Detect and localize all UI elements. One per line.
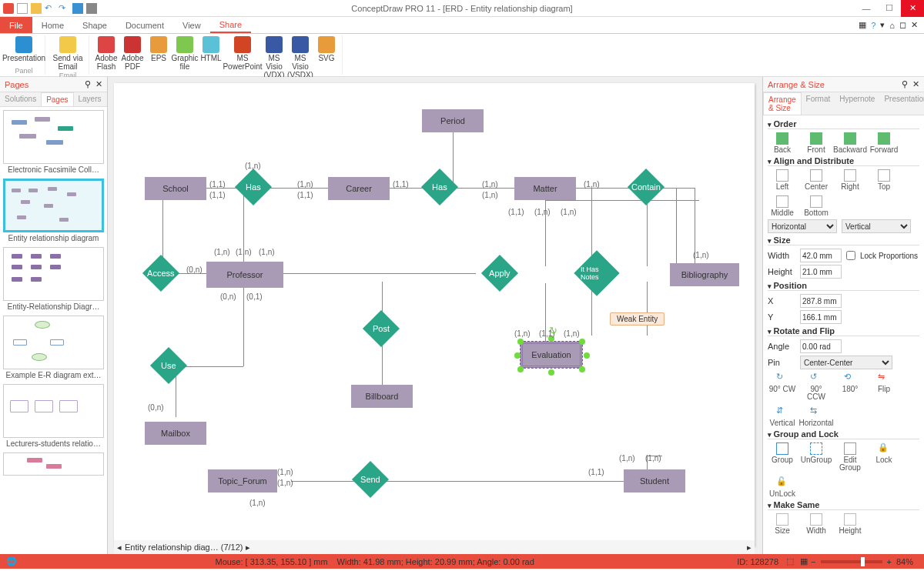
menu-view[interactable]: View — [173, 17, 210, 33]
visio-vsdx-button[interactable]: MS Visio (VSDX) — [288, 35, 313, 80]
canvas[interactable]: School Career Period Matter Professor Bi… — [114, 83, 755, 546]
thumb-item[interactable]: Entity-Relationship Diagr… — [3, 247, 104, 311]
rel-access[interactable]: Access — [142, 255, 179, 292]
rel-notes[interactable]: It Has Notes — [574, 250, 619, 296]
print-icon[interactable] — [86, 3, 97, 14]
status-tool-icon[interactable]: ⬚ — [783, 556, 797, 566]
pos-y-input[interactable] — [800, 310, 842, 324]
close-button[interactable]: ✕ — [901, 0, 924, 17]
rel-post[interactable]: Post — [363, 310, 400, 347]
close-panel-icon[interactable]: ✕ — [95, 79, 102, 89]
entity-career[interactable]: Career — [328, 177, 390, 200]
help-icon[interactable]: ? — [871, 21, 875, 30]
rel-use[interactable]: Use — [150, 347, 187, 384]
section-order[interactable]: Order — [768, 119, 796, 129]
rotate-180-button[interactable]: ⟲180° — [835, 372, 865, 401]
home-icon[interactable]: ⌂ — [889, 21, 895, 30]
order-forward-button[interactable]: Forward — [869, 132, 899, 154]
tab-pages[interactable]: Pages — [41, 92, 73, 106]
order-backward-button[interactable]: Backward — [835, 132, 865, 154]
tab-prev-icon[interactable]: ◂ — [117, 543, 122, 553]
svg-button[interactable]: SVG — [314, 35, 339, 80]
canvas-tab-label[interactable]: Entity relationship diag… (7/12) — [125, 543, 243, 552]
section-align[interactable]: Align and Distribute — [768, 156, 854, 165]
close-panel-icon[interactable]: ✕ — [912, 79, 919, 89]
section-rotate[interactable]: Rotate and Flip — [768, 326, 835, 336]
restore-icon[interactable]: ◻ — [899, 20, 906, 30]
width-input[interactable] — [800, 249, 842, 262]
rotate-cw-button[interactable]: ↻90° CW — [768, 372, 797, 401]
presentation-button[interactable]: Presentation — [6, 35, 42, 63]
menu-shape[interactable]: Shape — [73, 17, 116, 33]
thumb-item[interactable]: Lecturers-students relatio… — [3, 384, 104, 448]
graphic-button[interactable]: Graphic file — [172, 35, 197, 80]
status-grid-icon[interactable]: ▦ — [797, 556, 811, 566]
pin-icon[interactable]: ⚲ — [902, 79, 908, 89]
flip-button[interactable]: ⇋Flip — [869, 372, 899, 401]
thumb-item[interactable]: Electronic Facsimile Coll… — [3, 110, 104, 174]
group-button[interactable]: Group — [768, 442, 797, 472]
pin-select[interactable]: Center-Center — [800, 356, 892, 369]
new-icon[interactable] — [17, 3, 28, 14]
ungroup-button[interactable]: UnGroup — [802, 442, 831, 472]
tab-hypernote[interactable]: Hypernote — [835, 92, 879, 115]
visio-vdx-button[interactable]: MS Visio (VDX) — [262, 35, 286, 80]
same-size-button[interactable]: Size — [768, 513, 797, 535]
tab-format[interactable]: Format — [802, 92, 835, 115]
align-right-button[interactable]: Right — [835, 169, 865, 191]
section-position[interactable]: Position — [768, 281, 807, 290]
lock-button[interactable]: 🔒Lock — [869, 442, 899, 472]
entity-matter[interactable]: Matter — [514, 177, 576, 200]
entity-bibliography[interactable]: Bibliography — [670, 263, 739, 286]
edit-group-button[interactable]: Edit Group — [835, 442, 865, 472]
align-top-button[interactable]: Top — [869, 169, 899, 191]
same-width-button[interactable]: Width — [802, 513, 831, 535]
align-bottom-button[interactable]: Bottom — [802, 195, 831, 217]
same-height-button[interactable]: Height — [835, 513, 865, 535]
menu-share[interactable]: Share — [210, 17, 251, 33]
menu-document[interactable]: Document — [116, 17, 173, 33]
entity-professor[interactable]: Professor — [206, 262, 283, 288]
adobe-pdf-button[interactable]: Adobe PDF — [120, 35, 145, 80]
order-back-button[interactable]: Back — [768, 132, 797, 154]
pin-icon[interactable]: ⚲ — [85, 79, 91, 89]
angle-input[interactable] — [800, 339, 842, 353]
section-group[interactable]: Group and Lock — [768, 429, 839, 439]
flip-vertical-button[interactable]: ⇵Vertical — [768, 406, 797, 427]
section-size[interactable]: Size — [768, 235, 791, 245]
eps-button[interactable]: EPS — [146, 35, 171, 80]
height-input[interactable] — [800, 265, 842, 279]
tab-solutions[interactable]: Solutions — [0, 92, 41, 106]
rel-has1[interactable]: Has — [235, 169, 272, 205]
entity-topic[interactable]: Topic_Forum — [208, 469, 277, 493]
thumb-item[interactable]: Example E-R diagram ext… — [3, 316, 104, 379]
pos-x-input[interactable] — [800, 294, 842, 308]
open-icon[interactable] — [31, 3, 42, 14]
rel-send[interactable]: Send — [352, 461, 389, 498]
align-left-button[interactable]: Left — [768, 169, 797, 191]
distribute-vert-select[interactable]: Vertical — [842, 219, 911, 233]
adobe-flash-button[interactable]: Adobe Flash — [94, 35, 119, 80]
send-email-button[interactable]: Send via Email — [50, 35, 85, 72]
distribute-horiz-select[interactable]: Horizontal — [768, 219, 837, 233]
html-button[interactable]: HTML — [199, 35, 223, 80]
align-center-button[interactable]: Center — [802, 169, 831, 191]
tab-layers[interactable]: Layers — [74, 92, 106, 106]
tab-next-icon[interactable]: ▸ — [246, 543, 250, 553]
save-icon[interactable] — [72, 3, 83, 14]
entity-school[interactable]: School — [145, 177, 206, 200]
menu-file[interactable]: File — [0, 17, 32, 33]
hscroll-icon[interactable]: ▸ — [747, 543, 752, 553]
undo-icon[interactable]: ↶ — [45, 3, 55, 14]
minimize-button[interactable]: — — [855, 0, 878, 17]
menu-home[interactable]: Home — [32, 17, 73, 33]
apps-icon[interactable]: ▦ — [859, 20, 866, 30]
redo-icon[interactable]: ↷ — [59, 3, 69, 14]
entity-mailbox[interactable]: Mailbox — [145, 422, 206, 445]
canvas-area[interactable]: School Career Period Matter Professor Bi… — [108, 77, 762, 554]
entity-billboard[interactable]: Billboard — [351, 385, 413, 408]
flip-horizontal-button[interactable]: ⇆Horizontal — [802, 406, 831, 427]
zoom-slider[interactable] — [821, 560, 882, 563]
lang-icon[interactable]: 🌐 — [6, 556, 17, 566]
section-make-same[interactable]: Make Same — [768, 500, 819, 509]
